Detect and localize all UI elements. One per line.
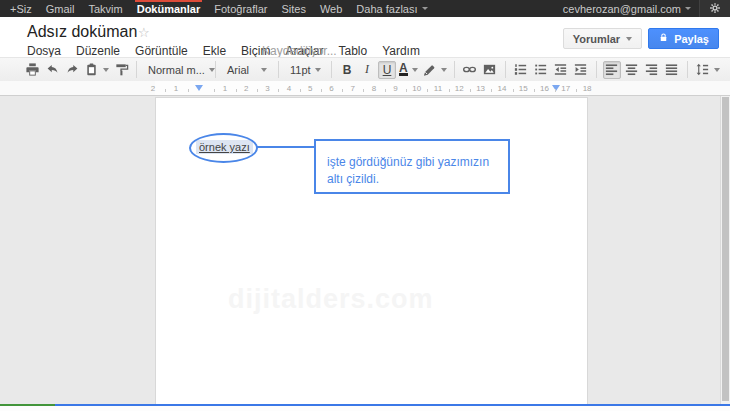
line-spacing-button[interactable] — [694, 61, 721, 79]
header-buttons: Yorumlar Paylaş — [563, 28, 719, 49]
ruler-number: 7 — [351, 84, 355, 93]
dropdown-arrow-icon — [261, 68, 267, 72]
topbar-item[interactable]: Takvim — [81, 0, 129, 17]
ruler-tick — [363, 89, 364, 92]
left-indent-marker[interactable] — [195, 85, 203, 91]
menu-item[interactable]: Görüntüle — [135, 44, 188, 58]
ruler-number: 16 — [540, 84, 549, 93]
star-icon[interactable]: ☆ — [138, 25, 150, 40]
video-progress-watched — [0, 404, 55, 406]
ruler-tick — [576, 89, 577, 92]
account-menu[interactable]: cevherozan@gmail.com — [555, 3, 699, 15]
ruler-number: 12 — [455, 84, 464, 93]
ruler-tick — [165, 89, 166, 92]
topbar-item[interactable]: Web — [313, 0, 349, 17]
image-icon — [482, 62, 497, 77]
annotation-callout-box: işte gördüğünüz gibi yazımızın altı çizi… — [314, 139, 510, 194]
numbered-list-button[interactable] — [512, 61, 530, 79]
ruler: 21123456789101112131415161718 — [0, 81, 730, 96]
insert-image-button[interactable] — [481, 61, 499, 79]
paint-format-button[interactable] — [112, 61, 130, 79]
insert-link-button[interactable] — [461, 61, 479, 79]
paint-format-icon — [114, 62, 129, 77]
topbar-item[interactable]: Sites — [274, 0, 312, 17]
highlight-color-icon — [422, 62, 437, 77]
video-progress-bar[interactable] — [0, 404, 730, 406]
ruler-number: 10 — [412, 84, 421, 93]
numbered-list-icon — [513, 62, 528, 77]
bold-button[interactable]: B — [338, 61, 356, 79]
ruler-tick — [449, 89, 450, 92]
topbar-item[interactable]: Dokümanlar — [130, 0, 208, 17]
ruler-tick — [321, 89, 322, 92]
ruler-number: 17 — [561, 84, 570, 93]
topbar-item-label: Web — [320, 3, 342, 15]
italic-button-label: I — [365, 62, 369, 77]
menu-bar: DosyaDüzenleGörüntüleEkleBiçimAraçlarTab… — [27, 44, 435, 58]
ruler-number: 18 — [583, 84, 592, 93]
highlight-color-button[interactable] — [421, 61, 448, 79]
document-canvas: dijitalders.com örnek yazı işte gördüğün… — [0, 96, 730, 411]
document-page[interactable]: dijitalders.com örnek yazı işte gördüğün… — [155, 97, 588, 411]
bullet-list-button[interactable] — [532, 61, 550, 79]
topbar-item[interactable]: Fotoğraflar — [207, 0, 274, 17]
save-status: Kaydediliyor... — [262, 44, 337, 58]
ruler-number: 14 — [497, 84, 506, 93]
ruler-tick — [278, 89, 279, 92]
font-size-dropdown[interactable]: 11pt — [285, 61, 325, 79]
font-dropdown[interactable]: Arial — [222, 61, 272, 79]
styles-dropdown[interactable]: Normal m... — [143, 61, 209, 79]
menu-item[interactable]: Dosya — [27, 44, 61, 58]
scrollbar-thumb[interactable] — [722, 97, 729, 401]
share-button-label: Paylaş — [674, 33, 709, 45]
comments-button-label: Yorumlar — [573, 33, 620, 45]
align-center-button[interactable] — [623, 61, 641, 79]
toolbar-separator — [136, 61, 137, 78]
indent-button[interactable] — [572, 61, 590, 79]
line-spacing-icon — [695, 62, 710, 77]
ruler-tick — [406, 89, 407, 92]
topbar-item-label: Sites — [281, 3, 305, 15]
menu-item[interactable]: Ekle — [203, 44, 226, 58]
share-button[interactable]: Paylaş — [648, 28, 719, 49]
google-bar: +SizGmailTakvimDokümanlarFotoğraflarSite… — [0, 0, 730, 17]
toolbar-separator — [278, 61, 279, 78]
justify-button[interactable] — [663, 61, 681, 79]
chevron-down-icon — [626, 37, 632, 41]
undo-icon — [45, 62, 60, 77]
undo-button[interactable] — [43, 61, 61, 79]
ruler-tick — [342, 89, 343, 92]
redo-button[interactable] — [63, 61, 81, 79]
dropdown-arrow-icon — [714, 68, 720, 72]
ruler-tick — [300, 89, 301, 92]
gear-button[interactable] — [700, 0, 730, 17]
menu-item[interactable]: Düzenle — [76, 44, 120, 58]
menu-item[interactable]: Yardım — [382, 44, 420, 58]
ruler-number: 2 — [244, 84, 248, 93]
print-button[interactable] — [23, 61, 41, 79]
ruler-number: 15 — [519, 84, 528, 93]
vertical-scrollbar[interactable] — [720, 96, 730, 404]
topbar-item[interactable]: Gmail — [39, 0, 82, 17]
font-size-dropdown-label: 11pt — [290, 64, 311, 76]
outdent-button[interactable] — [552, 61, 570, 79]
comments-button[interactable]: Yorumlar — [563, 28, 642, 49]
document-title[interactable]: Adsız doküman — [27, 23, 137, 41]
ruler-tick — [236, 89, 237, 92]
align-right-button[interactable] — [643, 61, 661, 79]
web-clipboard-button[interactable] — [83, 61, 110, 79]
underline-button[interactable]: U — [378, 61, 396, 79]
menu-item[interactable]: Tablo — [338, 44, 367, 58]
topbar-item[interactable]: +Siz — [3, 0, 39, 17]
topbar-item[interactable]: Daha fazlası — [349, 0, 434, 17]
google-services-nav: +SizGmailTakvimDokümanlarFotoğraflarSite… — [0, 0, 435, 17]
annotation-connector-line — [256, 146, 316, 148]
text-color-button[interactable]: A — [398, 61, 419, 79]
toolbar-separator — [596, 61, 597, 78]
ruler-number: 4 — [287, 84, 291, 93]
align-left-button[interactable] — [603, 61, 621, 79]
topbar-item-label: Takvim — [88, 3, 122, 15]
italic-button[interactable]: I — [358, 61, 376, 79]
topbar-item-label: Dokümanlar — [137, 3, 201, 15]
toolbar-separator — [505, 61, 506, 78]
